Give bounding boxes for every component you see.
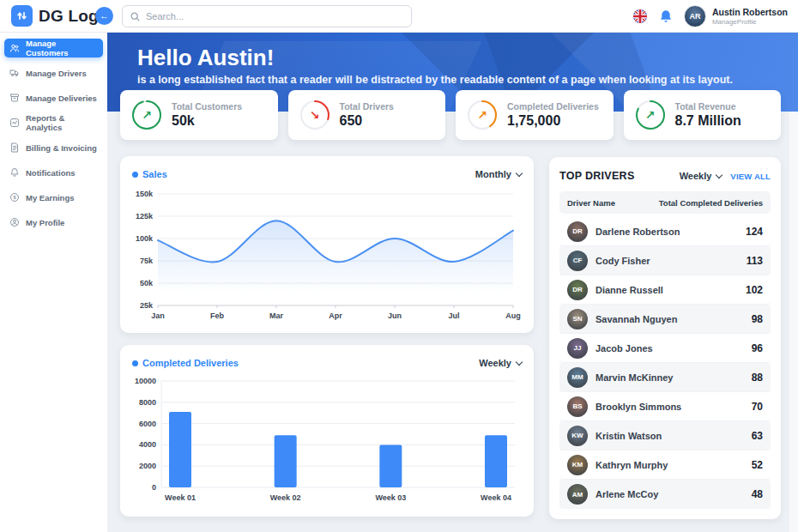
driver-name: Savannah Nguyen — [595, 314, 752, 324]
sidebar-item-my-profile[interactable]: My Profile — [4, 213, 103, 232]
sidebar-item-billing-invoicing[interactable]: Billing & Invoicing — [4, 138, 103, 157]
drivers-table-body: DRDarlene Robertson124CFCody Fisher113DR… — [559, 217, 771, 509]
column-total-deliveries: Total Completed Deliveries — [659, 198, 763, 208]
top-drivers-panel: TOP DRIVERS Weekly VIEW ALL Driver Name … — [549, 157, 781, 519]
driver-row-dianne-russell[interactable]: DRDianne Russell102 — [559, 275, 771, 305]
svg-text:8000: 8000 — [139, 398, 156, 407]
stat-value: 8.7 Million — [675, 113, 741, 129]
driver-row-cody-fisher[interactable]: CFCody Fisher113 — [559, 246, 771, 275]
svg-text:150k: 150k — [136, 190, 154, 198]
sidebar-nav: Manage CustomersManage DriversManage Del… — [0, 39, 107, 232]
sales-chart-panel: Sales Monthly 150k125k100k75k50k25kJanFe… — [120, 156, 534, 333]
top-bar: DG Logi ← — [0, 0, 798, 33]
stat-card-completed-deliveries: ↗Completed Deliveries1,75,000 — [456, 90, 614, 140]
deliveries-legend-label: Completed Deliveries — [142, 358, 239, 368]
driver-deliveries-count: 102 — [746, 284, 763, 296]
sidebar-item-label: My Profile — [26, 218, 64, 227]
svg-text:Mar: Mar — [269, 311, 284, 320]
user-avatar: AR — [684, 5, 706, 27]
driver-deliveries-count: 96 — [752, 342, 763, 354]
driver-row-kathryn-murphy[interactable]: KMKathryn Murphy52 — [559, 450, 771, 480]
legend-dot-icon — [132, 360, 138, 366]
sidebar-item-manage-deliveries[interactable]: Manage Deliveries — [4, 88, 103, 107]
driver-avatar: DR — [567, 221, 588, 242]
svg-text:4000: 4000 — [139, 440, 156, 449]
deliveries-bar-chart: 1000080006000400020000Week 01Week 02Week… — [132, 374, 522, 508]
driver-name: Dianne Russell — [595, 285, 746, 295]
hero-greeting: Hello Austin! — [137, 45, 798, 71]
driver-avatar: CF — [567, 251, 588, 271]
user-subtitle: ManageProfile — [712, 18, 788, 26]
chevron-down-icon — [716, 171, 722, 178]
hero-subtitle: is a long established fact that a reader… — [137, 74, 798, 86]
svg-text:125k: 125k — [136, 212, 154, 221]
trend-up-icon: ↗ — [130, 99, 163, 131]
deliveries-period-dropdown[interactable]: Weekly — [479, 358, 522, 368]
driver-name: Brooklyn Simmons — [595, 402, 752, 412]
sidebar-item-my-earnings[interactable]: $My Earnings — [4, 188, 103, 207]
chevron-down-icon — [516, 358, 523, 365]
sales-period-dropdown[interactable]: Monthly — [475, 169, 522, 179]
driver-avatar: JJ — [567, 338, 588, 359]
sidebar: Manage CustomersManage DriversManage Del… — [0, 33, 107, 532]
driver-deliveries-count: 113 — [747, 255, 763, 267]
sidebar-item-reports-analytics[interactable]: Reports & Analytics — [4, 113, 103, 132]
profile-icon — [9, 217, 20, 227]
sidebar-item-manage-drivers[interactable]: Manage Drivers — [4, 63, 103, 82]
dashboard-app: DG Logi ← — [0, 0, 798, 532]
earnings-icon: $ — [9, 192, 20, 203]
user-menu[interactable]: AR Austin Robertson ManageProfile — [684, 5, 788, 27]
driver-row-arlene-mccoy[interactable]: AMArlene McCoy48 — [559, 480, 771, 509]
sidebar-item-label: Manage Drivers — [26, 69, 87, 78]
search-box[interactable] — [122, 5, 412, 27]
sales-period-value: Monthly — [475, 169, 511, 179]
drivers-icon — [9, 68, 20, 78]
search-input[interactable] — [146, 11, 404, 21]
top-drivers-title: TOP DRIVERS — [559, 170, 635, 182]
sidebar-collapse-button[interactable]: ← — [95, 7, 113, 25]
driver-row-brooklyn-simmons[interactable]: BSBrooklyn Simmons70 — [559, 392, 771, 421]
driver-row-darlene-robertson[interactable]: DRDarlene Robertson124 — [559, 217, 771, 246]
deliveries-period-value: Weekly — [479, 358, 511, 368]
svg-text:Apr: Apr — [329, 311, 342, 320]
sidebar-item-label: Billing & Invoicing — [26, 143, 97, 153]
driver-deliveries-count: 63 — [752, 430, 763, 442]
svg-text:2000: 2000 — [139, 462, 156, 470]
driver-row-jacob-jones[interactable]: JJJacob Jones96 — [559, 334, 771, 363]
legend-dot-icon — [132, 172, 138, 178]
svg-text:Jan: Jan — [151, 311, 165, 320]
driver-row-kristin-watson[interactable]: KWKristin Watson63 — [559, 421, 771, 450]
stats-row: ↗Total Customers50k↘Total Drivers650↗Com… — [120, 90, 781, 140]
driver-avatar: KM — [567, 455, 588, 475]
column-driver-name: Driver Name — [567, 198, 615, 208]
stat-value: 50k — [172, 113, 242, 129]
view-all-link[interactable]: VIEW ALL — [730, 172, 771, 181]
driver-row-savannah-nguyen[interactable]: SNSavannah Nguyen98 — [559, 305, 771, 334]
svg-text:75k: 75k — [140, 257, 154, 265]
sidebar-item-notifications[interactable]: Notifications — [4, 163, 103, 182]
driver-row-marvin-mckinney[interactable]: MMMarvin McKinney88 — [559, 363, 771, 392]
logo-icon — [11, 5, 33, 27]
driver-avatar: MM — [567, 367, 588, 388]
svg-text:50k: 50k — [140, 279, 154, 287]
driver-name: Jacob Jones — [595, 343, 752, 354]
driver-name: Darlene Robertson — [595, 227, 746, 237]
svg-text:0: 0 — [152, 483, 156, 492]
deliveries-chart-panel: Completed Deliveries Weekly 100008000600… — [120, 345, 534, 517]
stat-card-total-drivers: ↘Total Drivers650 — [288, 90, 446, 140]
drivers-period-dropdown[interactable]: Weekly — [680, 171, 722, 181]
notifications-bell-icon[interactable] — [659, 9, 673, 24]
stat-card-total-revenue: ↗Total Revenue8.7 Million — [624, 90, 782, 140]
driver-deliveries-count: 48 — [752, 488, 763, 500]
sales-legend: Sales — [132, 169, 167, 179]
trend-up-icon: ↗ — [466, 99, 499, 131]
sidebar-item-manage-customers[interactable]: Manage Customers — [4, 39, 103, 57]
language-flag-icon[interactable] — [632, 9, 648, 24]
scrollbar-track[interactable] — [789, 112, 798, 532]
svg-text:Week 04: Week 04 — [481, 493, 511, 502]
driver-avatar: AM — [567, 484, 588, 505]
stat-label: Total Revenue — [675, 101, 741, 112]
app-logo[interactable]: DG Logi — [11, 5, 103, 27]
analytics-icon — [9, 118, 20, 128]
drivers-period-value: Weekly — [680, 171, 712, 181]
